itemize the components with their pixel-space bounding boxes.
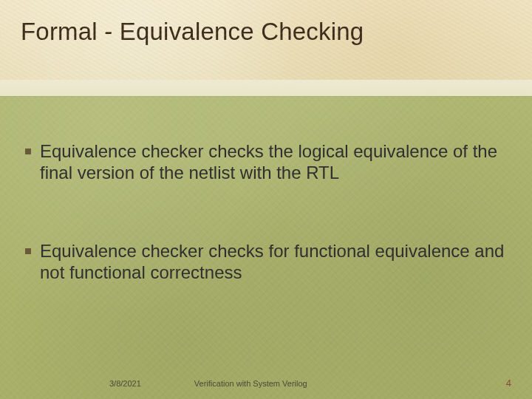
slide-body: Equivalence checker checks the logical e… <box>25 140 507 339</box>
slide-title: Formal - Equivalence Checking <box>21 18 364 46</box>
footer-center: Verification with System Verilog <box>194 379 307 388</box>
footer-date: 3/8/2021 <box>109 379 141 388</box>
title-banner: Formal - Equivalence Checking <box>0 0 532 80</box>
bullet-item: Equivalence checker checks for functiona… <box>25 240 507 284</box>
bullet-item: Equivalence checker checks the logical e… <box>25 140 507 184</box>
bullet-marker-icon <box>25 149 31 154</box>
bullet-text: Equivalence checker checks for functiona… <box>40 240 507 284</box>
bullet-text: Equivalence checker checks the logical e… <box>40 140 507 184</box>
accent-band <box>0 80 532 96</box>
footer-page-number: 4 <box>506 378 511 389</box>
slide-footer: 3/8/2021 Verification with System Verilo… <box>0 378 532 389</box>
bullet-marker-icon <box>25 248 31 254</box>
